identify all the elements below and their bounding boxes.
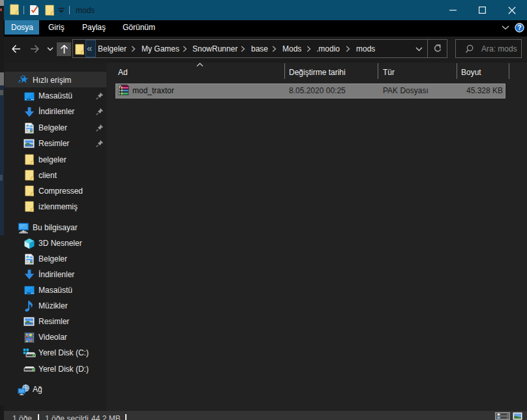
svg-text:?: ? xyxy=(517,23,521,31)
